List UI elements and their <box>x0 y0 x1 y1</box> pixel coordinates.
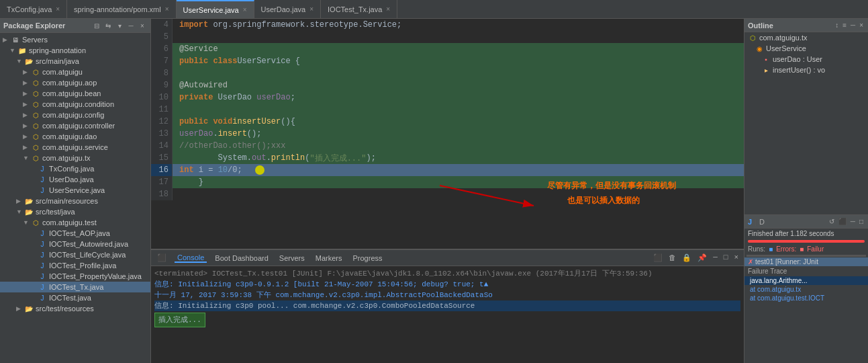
java-icon-10: J <box>38 293 47 302</box>
junit-failure-item-2[interactable]: at com.atguigu.tx <box>744 285 868 294</box>
sidebar-item-userservice-java[interactable]: J UserService.java <box>0 185 150 196</box>
stop-junit-icon[interactable]: ⬛ <box>837 217 848 226</box>
sidebar-item-aop[interactable]: ▶ ⬡ com.atguigu.aop <box>0 77 150 88</box>
package-icon-2: ⬡ <box>31 78 40 87</box>
hide-fields-icon[interactable]: ≡ <box>841 21 848 30</box>
close-tab-userservice-icon[interactable]: × <box>243 6 247 13</box>
sidebar-item-ioctest-aop[interactable]: J IOCTest_AOP.java <box>0 228 150 239</box>
close-tab-txconfig-icon[interactable]: × <box>56 5 60 13</box>
tab-servers-label: Servers <box>279 254 305 262</box>
expand-arrow-src-test-res: ▶ <box>16 305 23 312</box>
sidebar-item-spring-annotation[interactable]: ▼ 📁 spring-annotation <box>0 45 150 56</box>
tab-userservice[interactable]: UserService.java × <box>177 0 254 18</box>
link-with-editor-icon[interactable]: ⇆ <box>103 21 113 30</box>
sidebar-label-userdao-java: UserDao.java <box>49 175 94 184</box>
sidebar-item-src-test-java[interactable]: ▼ 📂 src/test/java <box>0 206 150 217</box>
sidebar-item-ioctest-propval[interactable]: J IOCTest_PropertyValue.java <box>0 271 150 282</box>
minimize-outline-icon[interactable]: ─ <box>849 21 857 30</box>
sidebar-item-condition[interactable]: ▶ ⬡ com.atguigu.condition <box>0 99 150 110</box>
minimize-console-icon[interactable]: ─ <box>711 253 720 263</box>
junit-divider <box>746 255 866 257</box>
sidebar-item-ioctest-lifecycle[interactable]: J IOCTest_LifeCycle.java <box>0 249 150 260</box>
console-tab-bar: ⬛ Console Boot Dashboard Servers Markers… <box>151 250 744 266</box>
tab-txconfig[interactable]: TxConfig.java × <box>0 0 67 18</box>
close-tab-ioctest-icon[interactable]: × <box>386 5 390 13</box>
sidebar-item-txconfig-java[interactable]: J TxConfig.java <box>0 163 150 174</box>
code-editor[interactable]: 4 import org.springframework.stereotype.… <box>151 19 744 249</box>
sidebar-item-service[interactable]: ▶ ⬡ com.atguigu.service <box>0 142 150 153</box>
junit-test-item[interactable]: ✗ test01 [Runner: JUnit <box>744 257 868 266</box>
sidebar-label-src-main-res: src/main/resources <box>36 197 98 205</box>
tab-servers[interactable]: Servers <box>277 254 307 262</box>
sidebar-item-com-atguigu-test[interactable]: ▼ ⬡ com.atguigu.test <box>0 217 150 228</box>
expand-arrow-config: ▶ <box>23 112 30 118</box>
sidebar-item-src-main-res[interactable]: ▶ 📂 src/main/resources <box>0 196 150 206</box>
sidebar-label-src-test-java: src/test/java <box>36 208 75 216</box>
close-tab-userdao-icon[interactable]: × <box>309 5 314 13</box>
close-sidebar-icon[interactable]: × <box>138 21 147 30</box>
console-info-text2: 十一月 17, 2017 3:59:38 下午 com.mchange.v2.c… <box>154 291 493 299</box>
tab-ioctest[interactable]: IOCTest_Tx.java × <box>321 0 397 18</box>
sidebar-header: Package Explorer ⊟ ⇆ ▾ ─ × <box>0 19 150 33</box>
sidebar-item-src-test-res[interactable]: ▶ 📂 src/test/resources <box>0 303 150 314</box>
java-icon-4: J <box>38 229 47 238</box>
tab-boot-dashboard[interactable]: Boot Dashboard <box>212 254 271 262</box>
close-outline-icon[interactable]: × <box>858 21 865 30</box>
junit-minimize-icon[interactable]: ─ <box>849 217 857 226</box>
code-line-5: 5 <box>151 31 744 43</box>
tab-progress[interactable]: Progress <box>350 254 385 262</box>
sidebar-item-tx[interactable]: ▼ ⬡ com.atguigu.tx <box>0 153 150 163</box>
collapse-all-icon[interactable]: ⊟ <box>92 21 101 30</box>
sidebar-item-ioctest[interactable]: J IOCTest.java <box>0 292 150 303</box>
pin-icon[interactable]: 📌 <box>695 253 709 263</box>
sidebar-label-userservice-java: UserService.java <box>49 186 105 194</box>
sidebar-item-config[interactable]: ▶ ⬡ com.atguigu.config <box>0 110 150 120</box>
scroll-lock-icon[interactable]: 🔒 <box>680 253 693 263</box>
tab-pomxml[interactable]: spring-annotation/pom.xml × <box>67 0 176 18</box>
tab-userdao[interactable]: UserDao.java × <box>254 0 321 18</box>
rerun-icon[interactable]: ↺ <box>828 217 836 226</box>
sidebar-item-controller[interactable]: ▶ ⬡ com.atguigu.controller <box>0 120 150 131</box>
line-content-12: public void insertUser(){ <box>173 116 744 128</box>
sidebar-item-servers[interactable]: ▶ 🖥 Servers <box>0 34 150 45</box>
line-content-9: @Autowired <box>173 79 744 91</box>
sidebar-item-userdao-java[interactable]: J UserDao.java <box>0 174 150 185</box>
tab-console[interactable]: Console <box>175 253 207 263</box>
sidebar-item-ioctest-profile[interactable]: J IOCTest_Profile.java <box>0 260 150 271</box>
tab-markers[interactable]: Markers <box>313 254 345 262</box>
expand-arrow-servers: ▶ <box>3 36 9 43</box>
outline-label-userservice: UserService <box>766 44 806 52</box>
junit-maximize-icon[interactable]: □ <box>858 217 865 226</box>
errors-label: Errors: <box>776 245 796 253</box>
expand-arrow-src-main-res: ▶ <box>16 198 23 204</box>
junit-failure-item-1[interactable]: java.lang.Arithme... <box>744 276 868 285</box>
outline-item-insertuser-method[interactable]: ▸ insertUser() : vo <box>744 65 868 75</box>
sidebar-item-dao[interactable]: ▶ ⬡ com.atguigu.dao <box>0 131 150 142</box>
line-content-13: userDao.insert(); <box>173 128 744 140</box>
stop-icon[interactable]: ⬛ <box>651 253 665 263</box>
junit-panel: J | D ↺ ⬛ ─ □ Finished after 1.182 secon… <box>744 215 868 363</box>
view-menu-icon[interactable]: ▾ <box>115 21 124 30</box>
outline-item-package[interactable]: ⬡ com.atguigu.tx <box>744 32 868 43</box>
sidebar-item-ioctest-tx[interactable]: J IOCTest_Tx.java <box>0 282 150 292</box>
junit-failure-item-3[interactable]: at com.atguigu.test.IOCT <box>744 294 868 302</box>
close-console-icon[interactable]: × <box>732 253 740 263</box>
maximize-console-icon[interactable]: □ <box>722 253 730 263</box>
outline-item-userservice[interactable]: ◉ UserService <box>744 43 868 54</box>
expand-arrow-condition: ▶ <box>23 101 30 108</box>
sort-icon[interactable]: ↕ <box>834 21 840 30</box>
close-tab-pomxml-icon[interactable]: × <box>165 5 169 13</box>
sidebar-item-ioctest-autowired[interactable]: J IOCTest_Autowired.java <box>0 239 150 249</box>
sidebar-item-bean[interactable]: ▶ ⬡ com.atguigu.bean <box>0 88 150 99</box>
minimize-icon[interactable]: ─ <box>126 21 136 30</box>
sidebar-label-ioctest-profile: IOCTest_Profile.java <box>49 261 116 270</box>
sidebar-label-controller: com.atguigu.controller <box>42 122 115 130</box>
clear-console-icon[interactable]: 🗑 <box>667 253 678 263</box>
line-content-7: public class UserService { <box>173 55 744 67</box>
line-content-11 <box>173 104 744 116</box>
sidebar-item-src-main-java[interactable]: ▼ 📂 src/main/java <box>0 56 150 67</box>
package-icon-5: ⬡ <box>31 110 40 120</box>
sidebar-item-com-atguigu[interactable]: ▶ ⬡ com.atguigu <box>0 67 150 77</box>
src-test-res-icon: 📂 <box>24 304 34 313</box>
outline-item-userdao-field[interactable]: ▪ userDao : User <box>744 54 868 65</box>
